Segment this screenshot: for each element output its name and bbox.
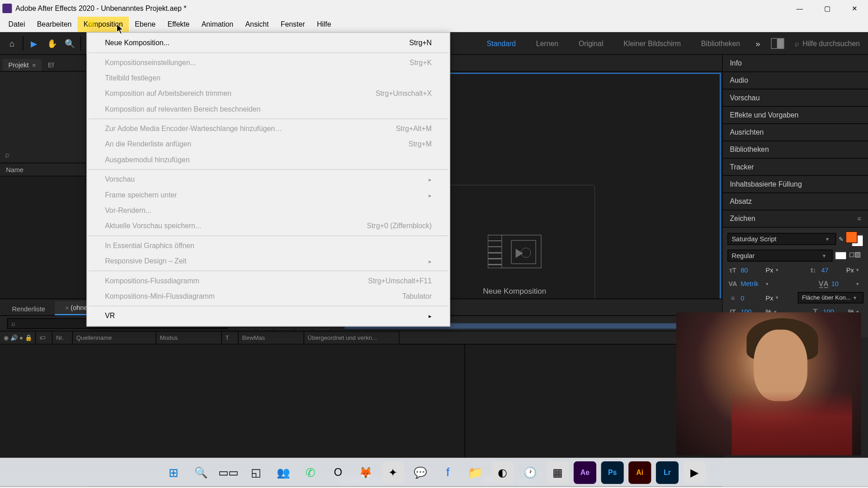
menu-bearbeiten[interactable]: Bearbeiten — [31, 17, 78, 32]
taskbar-app4[interactable]: ▶ — [684, 461, 706, 483]
menu-item-in-essential-graphics-ffnen: In Essential Graphics öffnen — [87, 238, 450, 253]
menubar: DateiBearbeitenKompositionEbeneEffekteAn… — [0, 17, 868, 32]
selection-tool[interactable]: ▶ — [26, 35, 42, 52]
menu-fenster[interactable]: Fenster — [275, 17, 311, 32]
window-title: Adobe After Effects 2020 - Unbenanntes P… — [15, 4, 186, 12]
taskbar-app2[interactable]: ◐ — [491, 461, 514, 483]
stroke-mode-dropdown[interactable]: Fläche über Kon...▾ — [798, 292, 863, 303]
font-size-value[interactable]: 80 — [741, 267, 763, 274]
home-button[interactable]: ⌂ — [4, 35, 20, 52]
parent-column[interactable]: Übergeordnet und verkn... — [304, 331, 400, 344]
taskbar-firefox[interactable]: 🦊 — [354, 461, 377, 483]
workspace-overflow-button[interactable]: » — [755, 38, 760, 48]
close-button[interactable]: ✕ — [841, 0, 868, 17]
workspace-lernen[interactable]: Lernen — [531, 32, 563, 54]
panel-toggle-button[interactable] — [771, 38, 784, 49]
menu-item-aktuelle-vorschau-speichern: Aktuelle Vorschau speichern...Strg+0 (Zi… — [87, 218, 450, 234]
panel-ausrichten[interactable]: Ausrichten — [723, 124, 868, 141]
taskbar-messenger[interactable]: 💬 — [409, 461, 432, 483]
visibility-column-icon[interactable]: ◉ — [4, 334, 9, 341]
menu-hilfe[interactable]: Hilfe — [311, 17, 337, 32]
komposition-dropdown: Neue Komposition...Strg+NKompositionsein… — [86, 32, 450, 327]
fill-stroke-swatch[interactable] — [845, 231, 863, 247]
taskbar-whatsapp[interactable]: ✆ — [299, 461, 322, 483]
taskbar-opera[interactable]: O — [327, 461, 349, 483]
taskbar-widgets[interactable]: ◱ — [245, 461, 267, 483]
menu-komposition[interactable]: Komposition — [78, 17, 129, 32]
font-family-dropdown[interactable]: Saturday Script▾ — [727, 233, 836, 245]
menu-item-vr[interactable]: VR — [87, 308, 450, 324]
minimize-button[interactable]: — — [786, 0, 813, 17]
project-tab[interactable]: Projekt ≡ — [2, 59, 42, 71]
stroke-width-value[interactable]: 0 — [741, 294, 763, 301]
kerning-value[interactable]: Metrik — [741, 280, 763, 287]
stroke-width-icon: ≡ — [727, 292, 738, 303]
no-color-swatch[interactable]: ◻▨ — [849, 251, 863, 260]
tracking-value[interactable]: 10 — [831, 280, 854, 287]
taskbar-facebook[interactable]: f — [437, 461, 459, 483]
workspace-original[interactable]: Original — [574, 32, 608, 54]
effects-tab[interactable]: Ef — [42, 59, 60, 71]
t-column[interactable]: T — [222, 331, 239, 344]
hand-tool[interactable]: ✋ — [43, 35, 60, 52]
zeichen-panel-header[interactable]: Zeichen ≡ — [723, 211, 868, 228]
workspace-kleiner-bildschirm[interactable]: Kleiner Bildschirm — [619, 32, 686, 54]
lock-column-icon[interactable]: 🔒 — [25, 334, 32, 341]
panel-inhaltsbasierte-f-llung[interactable]: Inhaltsbasierte Füllung — [723, 176, 868, 193]
nr-column[interactable]: Nr. — [52, 331, 73, 344]
source-column[interactable]: Quellenname — [73, 331, 156, 344]
taskbar-app1[interactable]: ✦ — [382, 461, 404, 483]
project-column-name[interactable]: Name — [0, 163, 86, 176]
panel-tracker[interactable]: Tracker — [723, 159, 868, 176]
timeline-header: ◉ 🔊 ● 🔒 🏷 Nr. Quellenname Modus T BewMas… — [0, 331, 722, 344]
menu-animation[interactable]: Animation — [196, 17, 240, 32]
panel-info[interactable]: Info — [723, 55, 868, 72]
panel-bibliotheken[interactable]: Bibliotheken — [723, 141, 868, 159]
taskbar-ps[interactable]: Ps — [601, 461, 624, 483]
timeline-tab-renderliste[interactable]: Renderliste — [5, 302, 52, 315]
font-style-dropdown[interactable]: Regular▾ — [727, 250, 832, 262]
taskbar-app3[interactable]: ▦ — [546, 461, 569, 483]
panel-absatz[interactable]: Absatz — [723, 193, 868, 210]
zoom-tool[interactable]: 🔍 — [61, 35, 78, 52]
workspace-standard[interactable]: Standard — [482, 32, 520, 54]
maximize-button[interactable]: ▢ — [813, 0, 841, 17]
panel-menu-icon[interactable]: ≡ — [33, 62, 36, 69]
taskbar-explorer[interactable]: 📁 — [464, 461, 486, 483]
panel-audio[interactable]: Audio — [723, 72, 868, 89]
leading-icon: t↕ — [808, 265, 819, 276]
taskbar-clock[interactable]: 🕐 — [519, 461, 542, 483]
taskbar-win[interactable]: ⊞ — [162, 461, 185, 483]
app-icon — [2, 4, 12, 13]
panel-vorschau[interactable]: Vorschau — [723, 89, 868, 107]
taskbar-teams[interactable]: 👥 — [272, 461, 294, 483]
taskbar-search[interactable]: 🔍 — [189, 461, 212, 483]
menu-ebene[interactable]: Ebene — [129, 17, 161, 32]
taskbar-ai[interactable]: Ai — [628, 461, 651, 483]
label-column-icon[interactable]: 🏷 — [39, 334, 45, 341]
audio-column-icon[interactable]: 🔊 — [10, 334, 18, 341]
menu-ansicht[interactable]: Ansicht — [239, 17, 274, 32]
help-search[interactable]: ⌕ Hilfe durchsuchen — [795, 39, 864, 47]
solo-column-icon[interactable]: ● — [19, 334, 23, 341]
taskbar-taskview[interactable]: ▭▭ — [217, 461, 240, 483]
workspace-bibliotheken[interactable]: Bibliotheken — [696, 32, 745, 54]
project-search[interactable]: ⌕ — [0, 146, 86, 163]
eyedropper-icon[interactable]: ✎ — [839, 236, 844, 243]
mode-column[interactable]: Modus — [156, 331, 222, 344]
taskbar-lr[interactable]: Lr — [656, 461, 679, 483]
windows-taskbar: ⊞🔍▭▭◱👥✆O🦊✦💬f📁◐🕐▦AePsAiLr▶ — [0, 458, 868, 486]
help-search-placeholder: Hilfe durchsuchen — [802, 39, 860, 47]
panel-effekte-und-vorgaben[interactable]: Effekte und Vorgaben — [723, 107, 868, 124]
time-ruler[interactable] — [400, 331, 722, 344]
layer-list[interactable] — [0, 344, 465, 472]
taskbar-ae[interactable]: Ae — [574, 461, 596, 483]
menu-datei[interactable]: Datei — [2, 17, 31, 32]
bw-swatch[interactable] — [835, 252, 847, 260]
panel-menu-icon[interactable]: ≡ — [857, 215, 861, 222]
menu-effekte[interactable]: Effekte — [161, 17, 195, 32]
menu-item-neue-komposition[interactable]: Neue Komposition...Strg+N — [87, 35, 450, 51]
leading-value[interactable]: 47 — [821, 267, 844, 274]
menu-item-kompositions-mini-flussdiagramm: Kompositions-Mini-FlussdiagrammTabulator — [87, 288, 450, 304]
bewmas-column[interactable]: BewMas — [239, 331, 304, 344]
